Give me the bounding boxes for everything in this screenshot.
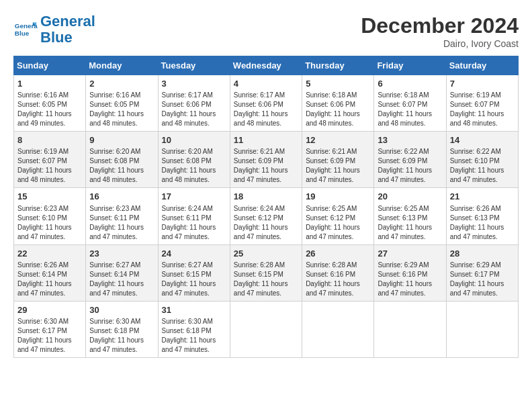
title-block: December 2024 Dairo, Ivory Coast: [361, 13, 519, 49]
calendar-cell: [446, 301, 518, 357]
calendar-cell: 25Sunrise: 6:28 AM Sunset: 6:15 PM Dayli…: [230, 244, 302, 301]
day-header-wednesday: Wednesday: [230, 56, 302, 75]
day-info: Sunrise: 6:24 AM Sunset: 6:12 PM Dayligh…: [234, 204, 298, 242]
day-number: 6: [378, 78, 442, 90]
day-header-sunday: Sunday: [14, 56, 86, 75]
day-header-thursday: Thursday: [302, 56, 374, 75]
calendar-cell: 29Sunrise: 6:30 AM Sunset: 6:17 PM Dayli…: [14, 301, 86, 357]
day-info: Sunrise: 6:21 AM Sunset: 6:09 PM Dayligh…: [234, 147, 298, 185]
day-number: 10: [162, 134, 226, 146]
calendar-cell: 8Sunrise: 6:19 AM Sunset: 6:07 PM Daylig…: [14, 132, 86, 188]
day-number: 9: [89, 134, 154, 146]
day-number: 15: [17, 191, 82, 203]
calendar-header-row: SundayMondayTuesdayWednesdayThursdayFrid…: [14, 56, 519, 75]
calendar-cell: 28Sunrise: 6:29 AM Sunset: 6:17 PM Dayli…: [446, 244, 518, 301]
day-info: Sunrise: 6:22 AM Sunset: 6:09 PM Dayligh…: [378, 147, 442, 185]
day-number: 25: [234, 248, 298, 260]
day-number: 2: [89, 78, 154, 90]
day-number: 28: [450, 248, 515, 260]
day-info: Sunrise: 6:22 AM Sunset: 6:10 PM Dayligh…: [450, 147, 515, 185]
calendar-cell: 12Sunrise: 6:21 AM Sunset: 6:09 PM Dayli…: [302, 132, 374, 188]
day-info: Sunrise: 6:26 AM Sunset: 6:13 PM Dayligh…: [450, 204, 515, 242]
calendar-cell: 31Sunrise: 6:30 AM Sunset: 6:18 PM Dayli…: [158, 301, 230, 357]
calendar-cell: 27Sunrise: 6:29 AM Sunset: 6:16 PM Dayli…: [374, 244, 446, 301]
calendar-cell: 14Sunrise: 6:22 AM Sunset: 6:10 PM Dayli…: [446, 132, 518, 188]
day-info: Sunrise: 6:24 AM Sunset: 6:11 PM Dayligh…: [162, 204, 226, 242]
day-number: 31: [162, 304, 226, 316]
day-number: 17: [162, 191, 226, 203]
day-number: 22: [17, 248, 82, 260]
calendar-cell: 9Sunrise: 6:20 AM Sunset: 6:08 PM Daylig…: [86, 132, 158, 188]
calendar-cell: 13Sunrise: 6:22 AM Sunset: 6:09 PM Dayli…: [374, 132, 446, 188]
day-info: Sunrise: 6:19 AM Sunset: 6:07 PM Dayligh…: [17, 147, 82, 185]
day-number: 7: [450, 78, 515, 90]
calendar-cell: 5Sunrise: 6:18 AM Sunset: 6:06 PM Daylig…: [302, 75, 374, 132]
day-number: 23: [89, 248, 154, 260]
calendar-cell: 16Sunrise: 6:23 AM Sunset: 6:11 PM Dayli…: [86, 188, 158, 244]
calendar-cell: 6Sunrise: 6:18 AM Sunset: 6:07 PM Daylig…: [374, 75, 446, 132]
calendar-cell: 23Sunrise: 6:27 AM Sunset: 6:14 PM Dayli…: [86, 244, 158, 301]
day-info: Sunrise: 6:18 AM Sunset: 6:07 PM Dayligh…: [378, 91, 442, 128]
day-info: Sunrise: 6:27 AM Sunset: 6:15 PM Dayligh…: [162, 261, 226, 298]
day-number: 24: [162, 248, 226, 260]
day-header-monday: Monday: [86, 56, 158, 75]
day-info: Sunrise: 6:20 AM Sunset: 6:08 PM Dayligh…: [162, 147, 226, 185]
day-header-saturday: Saturday: [446, 56, 518, 75]
day-info: Sunrise: 6:23 AM Sunset: 6:10 PM Dayligh…: [17, 204, 82, 242]
calendar-cell: 15Sunrise: 6:23 AM Sunset: 6:10 PM Dayli…: [14, 188, 86, 244]
day-number: 21: [450, 191, 515, 203]
calendar-week-row: 29Sunrise: 6:30 AM Sunset: 6:17 PM Dayli…: [14, 301, 519, 357]
day-info: Sunrise: 6:17 AM Sunset: 6:06 PM Dayligh…: [162, 91, 226, 128]
calendar-week-row: 8Sunrise: 6:19 AM Sunset: 6:07 PM Daylig…: [14, 132, 519, 188]
calendar-cell: 30Sunrise: 6:30 AM Sunset: 6:18 PM Dayli…: [86, 301, 158, 357]
calendar-cell: 18Sunrise: 6:24 AM Sunset: 6:12 PM Dayli…: [230, 188, 302, 244]
day-number: 29: [17, 304, 82, 316]
day-number: 1: [17, 78, 82, 90]
day-info: Sunrise: 6:25 AM Sunset: 6:13 PM Dayligh…: [378, 204, 442, 242]
calendar-week-row: 15Sunrise: 6:23 AM Sunset: 6:10 PM Dayli…: [14, 188, 519, 244]
day-number: 18: [234, 191, 298, 203]
calendar-cell: 10Sunrise: 6:20 AM Sunset: 6:08 PM Dayli…: [158, 132, 230, 188]
calendar-cell: 1Sunrise: 6:16 AM Sunset: 6:05 PM Daylig…: [14, 75, 86, 132]
calendar-cell: 3Sunrise: 6:17 AM Sunset: 6:06 PM Daylig…: [158, 75, 230, 132]
day-info: Sunrise: 6:28 AM Sunset: 6:16 PM Dayligh…: [306, 261, 370, 298]
day-info: Sunrise: 6:16 AM Sunset: 6:05 PM Dayligh…: [17, 91, 82, 128]
calendar-cell: [302, 301, 374, 357]
day-info: Sunrise: 6:27 AM Sunset: 6:14 PM Dayligh…: [89, 261, 154, 298]
logo-icon: General Blue: [13, 17, 38, 42]
day-info: Sunrise: 6:26 AM Sunset: 6:14 PM Dayligh…: [17, 261, 82, 298]
location: Dairo, Ivory Coast: [361, 38, 519, 49]
calendar-cell: 17Sunrise: 6:24 AM Sunset: 6:11 PM Dayli…: [158, 188, 230, 244]
day-number: 5: [306, 78, 370, 90]
day-number: 3: [162, 78, 226, 90]
day-number: 19: [306, 191, 370, 203]
calendar-week-row: 22Sunrise: 6:26 AM Sunset: 6:14 PM Dayli…: [14, 244, 519, 301]
day-number: 16: [89, 191, 154, 203]
day-number: 30: [89, 304, 154, 316]
calendar-cell: 4Sunrise: 6:17 AM Sunset: 6:06 PM Daylig…: [230, 75, 302, 132]
calendar-cell: 21Sunrise: 6:26 AM Sunset: 6:13 PM Dayli…: [446, 188, 518, 244]
day-info: Sunrise: 6:29 AM Sunset: 6:16 PM Dayligh…: [378, 261, 442, 298]
day-info: Sunrise: 6:16 AM Sunset: 6:05 PM Dayligh…: [89, 91, 154, 128]
calendar-cell: 7Sunrise: 6:19 AM Sunset: 6:07 PM Daylig…: [446, 75, 518, 132]
day-number: 27: [378, 248, 442, 260]
day-number: 4: [234, 78, 298, 90]
calendar-cell: 26Sunrise: 6:28 AM Sunset: 6:16 PM Dayli…: [302, 244, 374, 301]
day-number: 20: [378, 191, 442, 203]
day-info: Sunrise: 6:30 AM Sunset: 6:18 PM Dayligh…: [162, 317, 226, 355]
day-info: Sunrise: 6:23 AM Sunset: 6:11 PM Dayligh…: [89, 204, 154, 242]
day-info: Sunrise: 6:18 AM Sunset: 6:06 PM Dayligh…: [306, 91, 370, 128]
page-header: General Blue General Blue December 2024 …: [13, 13, 519, 49]
day-info: Sunrise: 6:29 AM Sunset: 6:17 PM Dayligh…: [450, 261, 515, 298]
calendar-cell: 11Sunrise: 6:21 AM Sunset: 6:09 PM Dayli…: [230, 132, 302, 188]
day-number: 8: [17, 134, 82, 146]
day-number: 13: [378, 134, 442, 146]
calendar-cell: [374, 301, 446, 357]
calendar-cell: 19Sunrise: 6:25 AM Sunset: 6:12 PM Dayli…: [302, 188, 374, 244]
day-number: 11: [234, 134, 298, 146]
calendar-week-row: 1Sunrise: 6:16 AM Sunset: 6:05 PM Daylig…: [14, 75, 519, 132]
calendar-cell: 2Sunrise: 6:16 AM Sunset: 6:05 PM Daylig…: [86, 75, 158, 132]
day-info: Sunrise: 6:25 AM Sunset: 6:12 PM Dayligh…: [306, 204, 370, 242]
day-header-tuesday: Tuesday: [158, 56, 230, 75]
day-info: Sunrise: 6:28 AM Sunset: 6:15 PM Dayligh…: [234, 261, 298, 298]
